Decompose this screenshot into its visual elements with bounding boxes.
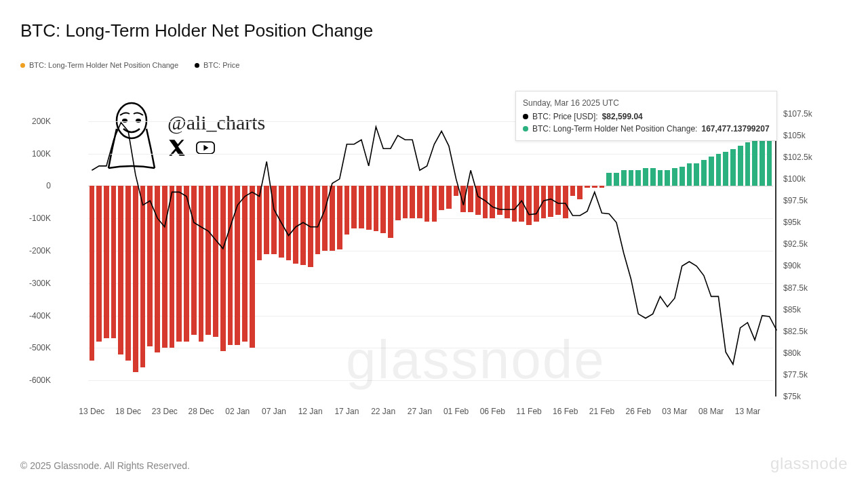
tooltip-price-row: BTC: Price [USD]: $82,599.04 — [523, 110, 770, 123]
tooltip-date: Sunday, Mar 16 2025 UTC — [523, 97, 770, 109]
tooltip-lth-value: 167,477.13799207 — [701, 123, 769, 135]
tooltip-dot-green — [523, 126, 528, 131]
right-axis-line — [775, 105, 776, 396]
legend-item-lth: BTC: Long-Term Holder Net Position Chang… — [20, 61, 178, 69]
tooltip-dot-black — [523, 114, 528, 119]
price-line — [88, 105, 773, 396]
legend-label-2: BTC: Price — [203, 61, 239, 69]
legend-item-price: BTC: Price — [195, 61, 239, 69]
chart-plot-area[interactable]: glassnode — [88, 105, 773, 396]
chart-title: BTC: Long-Term Holder Net Position Chang… — [20, 20, 373, 41]
tooltip-price-value: $82,599.04 — [602, 110, 643, 123]
tooltip-lth-label: BTC: Long-Term Holder Net Position Chang… — [532, 123, 697, 135]
legend-label-1: BTC: Long-Term Holder Net Position Chang… — [29, 61, 178, 69]
tooltip-price-label: BTC: Price [USD]: — [532, 110, 598, 123]
footer-logo: glassnode — [770, 454, 848, 473]
tooltip: Sunday, Mar 16 2025 UTC BTC: Price [USD]… — [515, 91, 777, 141]
legend-dot-black — [195, 63, 199, 68]
tooltip-lth-row: BTC: Long-Term Holder Net Position Chang… — [523, 123, 770, 135]
footer-copyright: © 2025 Glassnode. All Rights Reserved. — [20, 460, 190, 471]
legend-dot-orange — [20, 63, 25, 68]
legend: BTC: Long-Term Holder Net Position Chang… — [20, 61, 239, 69]
